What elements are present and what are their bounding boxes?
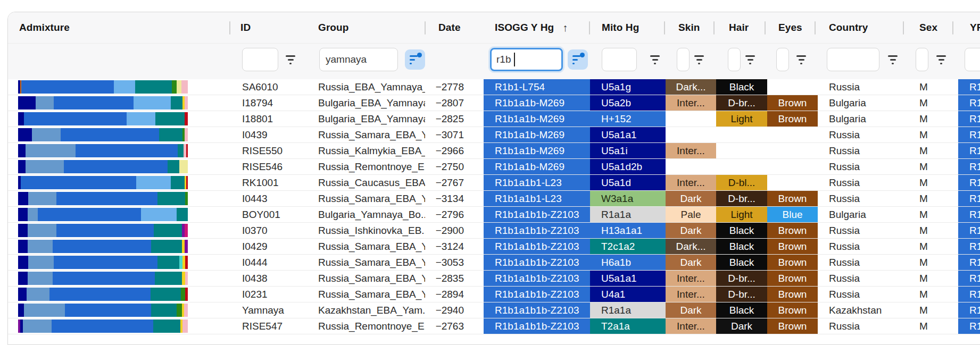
id-cell[interactable]: RK1001: [231, 175, 307, 190]
id-cell[interactable]: RISE550: [231, 143, 307, 158]
mito-hg-cell[interactable]: U5a1g: [590, 79, 666, 95]
admixture-cell[interactable]: [8, 318, 231, 334]
mito-hg-cell[interactable]: U5a1a1: [590, 127, 666, 142]
skin-cell[interactable]: Inter...: [666, 271, 716, 286]
date-cell[interactable]: −2767: [425, 175, 484, 190]
column-header-sex[interactable]: Sex: [905, 12, 957, 43]
country-cell[interactable]: Russia: [818, 191, 905, 206]
isogg-y-hg-cell[interactable]: R1b1a1b-M269: [484, 127, 590, 142]
country-cell[interactable]: Russia: [818, 143, 905, 158]
isogg-y-hg-cell[interactable]: R1b1a1b1b-Z2103: [484, 239, 590, 254]
eyes-cell[interactable]: [767, 79, 818, 95]
sex-cell[interactable]: M: [905, 127, 957, 142]
yf-filter-input[interactable]: [965, 48, 980, 71]
table-row[interactable]: RISE547 Russia_Remontnoye_E... −2763 R1b…: [8, 318, 980, 334]
group-cell[interactable]: Russia_Samara_EBA_Y...: [307, 271, 425, 286]
hair-cell[interactable]: Light: [716, 111, 767, 127]
date-cell[interactable]: −2940: [425, 302, 484, 318]
admixture-cell[interactable]: [8, 111, 231, 127]
country-cell[interactable]: Kazakhstan: [818, 302, 905, 318]
sex-cell[interactable]: M: [905, 239, 957, 254]
column-header-country[interactable]: Country: [818, 12, 905, 43]
yf-cell[interactable]: R1: [958, 111, 980, 127]
eyes-cell[interactable]: Brown: [767, 95, 818, 111]
mito-hg-cell[interactable]: U5a1a1: [590, 271, 666, 286]
mito-hg-cell[interactable]: R1a1a: [590, 207, 666, 222]
column-header-eyes[interactable]: Eyes: [767, 12, 818, 43]
country-filter-input[interactable]: [827, 48, 879, 71]
id-cell[interactable]: Yamnaya: [231, 302, 307, 318]
yf-cell[interactable]: R1: [958, 207, 980, 222]
eyes-cell[interactable]: [767, 143, 818, 158]
skin-cell[interactable]: Inter...: [666, 95, 716, 111]
table-row[interactable]: I0370 Russia_Ishkinovka_EB... −2900 R1b1…: [8, 223, 980, 239]
group-cell[interactable]: Russia_Samara_EBA_Y...: [307, 255, 425, 270]
skin-cell[interactable]: Inter...: [666, 287, 716, 302]
group-cell[interactable]: Russia_EBA_Yamnaya_o: [307, 79, 425, 95]
group-cell[interactable]: Bulgaria_EBA_Yamnaya: [307, 95, 425, 111]
hair-cell[interactable]: Black: [716, 79, 767, 95]
table-row[interactable]: I0429 Russia_Samara_EBA_Y... −3124 R1b1a…: [8, 239, 980, 255]
group-cell[interactable]: Russia_Samara_EBA_Y...: [307, 287, 425, 302]
hair-cell[interactable]: D-br...: [716, 95, 767, 111]
yf-cell[interactable]: R1: [958, 271, 980, 286]
sex-cell[interactable]: M: [905, 223, 957, 238]
country-cell[interactable]: Russia: [818, 159, 905, 174]
eyes-cell[interactable]: Blue: [767, 207, 818, 222]
isogg-y-hg-cell[interactable]: R1b1a1b1b-Z2103: [484, 255, 590, 270]
skin-cell[interactable]: Inter...: [666, 175, 716, 190]
id-cell[interactable]: I0443: [231, 191, 307, 206]
hair-cell[interactable]: D-br...: [716, 271, 767, 286]
yf-cell[interactable]: R1: [958, 95, 980, 111]
skin-cell[interactable]: Dark: [666, 302, 716, 318]
sex-cell[interactable]: M: [905, 191, 957, 206]
mito-hg-cell[interactable]: H+152: [590, 111, 666, 127]
date-cell[interactable]: −3134: [425, 191, 484, 206]
id-filter-input[interactable]: [242, 48, 278, 71]
skin-cell[interactable]: Pale: [666, 207, 716, 222]
isogg-y-hg-cell[interactable]: R1b1a1b1b-Z2103: [484, 287, 590, 302]
eyes-filter-menu-icon[interactable]: [795, 53, 808, 66]
country-cell[interactable]: Bulgaria: [818, 95, 905, 111]
admixture-cell[interactable]: [8, 271, 231, 286]
group-cell[interactable]: Russia_Remontnoye_E...: [307, 318, 425, 334]
admixture-cell[interactable]: [8, 159, 231, 174]
hair-cell[interactable]: Black: [716, 255, 767, 270]
isogg-filter-input[interactable]: [490, 48, 563, 71]
skin-cell[interactable]: [666, 159, 716, 174]
isogg-y-hg-cell[interactable]: R1b1a1b1b-Z2103: [484, 223, 590, 238]
hair-filter-input[interactable]: [728, 48, 741, 71]
mito-hg-cell[interactable]: R1a1a: [590, 302, 666, 318]
group-cell[interactable]: Russia_Caucasus_EBA_...: [307, 175, 425, 190]
admixture-cell[interactable]: [8, 79, 231, 95]
id-cell[interactable]: RISE547: [231, 318, 307, 334]
skin-cell[interactable]: Dark: [666, 191, 716, 206]
mito-hg-cell[interactable]: T2a1a: [590, 318, 666, 334]
date-cell[interactable]: −2835: [425, 271, 484, 286]
admixture-cell[interactable]: [8, 95, 231, 111]
isogg-y-hg-cell[interactable]: R1b1a1b1b-Z2103: [484, 207, 590, 222]
id-cell[interactable]: I0439: [231, 127, 307, 142]
mito-hg-cell[interactable]: H13a1a1: [590, 223, 666, 238]
skin-cell[interactable]: Dark...: [666, 79, 716, 95]
yf-cell[interactable]: R1: [958, 302, 980, 318]
yf-cell[interactable]: R1: [958, 175, 980, 190]
country-cell[interactable]: Russia: [818, 271, 905, 286]
eyes-cell[interactable]: Brown: [767, 223, 818, 238]
eyes-cell[interactable]: [767, 175, 818, 190]
sex-filter-input[interactable]: [916, 48, 928, 71]
yf-cell[interactable]: R1: [958, 287, 980, 302]
isogg-y-hg-cell[interactable]: R1b1a1b-M269: [484, 111, 590, 127]
id-filter-menu-icon[interactable]: [284, 53, 297, 66]
eyes-cell[interactable]: Brown: [767, 191, 818, 206]
eyes-filter-input[interactable]: [776, 48, 789, 71]
date-cell[interactable]: −2966: [425, 143, 484, 158]
table-row[interactable]: RISE550 Russia_Kalmykia_EBA_... −2966 R1…: [8, 143, 980, 159]
yf-cell[interactable]: R1: [958, 223, 980, 238]
group-cell[interactable]: Russia_Samara_EBA_Y...: [307, 239, 425, 254]
hair-cell[interactable]: Black: [716, 239, 767, 254]
group-cell[interactable]: Russia_Ishkinovka_EB...: [307, 223, 425, 238]
isogg-y-hg-cell[interactable]: R1b1a1b-M269: [484, 143, 590, 158]
hair-cell[interactable]: Light: [716, 207, 767, 222]
sex-cell[interactable]: M: [905, 302, 957, 318]
